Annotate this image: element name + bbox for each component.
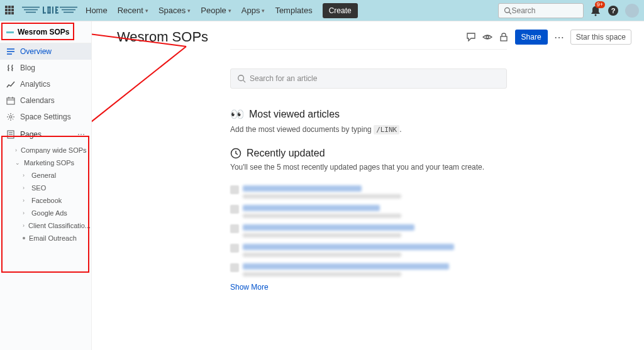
tree-item[interactable]: ›General xyxy=(0,169,91,182)
share-button[interactable]: Share xyxy=(515,30,548,45)
watch-icon[interactable] xyxy=(482,32,492,42)
page-title: Wesrom SOPs xyxy=(117,29,208,45)
recent-update-item[interactable] xyxy=(230,263,507,276)
nav-item-templates[interactable]: Templates xyxy=(271,3,316,18)
svg-line-29 xyxy=(92,46,186,131)
sidebar-item-label: Calendars xyxy=(20,96,55,105)
update-title-placeholder xyxy=(243,185,362,192)
notifications-icon[interactable]: 9+ xyxy=(590,5,601,16)
page-icon xyxy=(230,244,239,253)
tree-item[interactable]: ›SEO xyxy=(0,182,91,194)
svg-rect-1 xyxy=(43,12,46,13)
nav-item-people[interactable]: People▾ xyxy=(197,3,235,18)
tree-item[interactable]: ⌄Marketing SOPs xyxy=(0,156,91,169)
analytics-icon xyxy=(6,80,15,89)
chevron-down-icon: ▾ xyxy=(228,8,231,14)
chevron-right-icon: › xyxy=(23,210,28,216)
nav-item-apps[interactable]: Apps▾ xyxy=(238,3,269,18)
clock-icon xyxy=(230,148,242,159)
sidebar-item-overview[interactable]: Overview xyxy=(0,43,91,60)
tree-item[interactable]: ›Facebook xyxy=(0,194,91,207)
eyes-icon: 👀 xyxy=(230,107,244,121)
space-icon xyxy=(6,31,14,33)
recently-updated-heading: Recently updated xyxy=(247,148,325,159)
star-button[interactable]: Star this space xyxy=(570,30,631,45)
recent-update-item[interactable] xyxy=(230,185,507,199)
update-title-placeholder xyxy=(243,205,380,211)
sidebar-item-space-settings[interactable]: Space Settings xyxy=(0,109,91,125)
pages-header[interactable]: Pages ⋯ xyxy=(0,125,91,144)
update-meta-placeholder xyxy=(243,253,401,257)
article-search-placeholder: Search for an article xyxy=(250,74,317,83)
space-name: Wesrom SOPs xyxy=(18,28,69,36)
sidebar-item-blog[interactable]: Blog xyxy=(0,60,91,76)
nav-item-home[interactable]: Home xyxy=(82,3,111,18)
nav-item-spaces[interactable]: Spaces▾ xyxy=(155,3,194,18)
global-search-input[interactable] xyxy=(512,6,578,15)
overview-icon xyxy=(6,47,15,56)
page-icon xyxy=(230,185,239,194)
update-meta-placeholder xyxy=(243,214,401,218)
lock-icon[interactable] xyxy=(499,32,509,42)
divider xyxy=(230,49,507,50)
more-actions-icon[interactable]: ⋯ xyxy=(554,31,564,43)
sidebar-item-calendars[interactable]: Calendars xyxy=(0,92,91,109)
update-title-placeholder xyxy=(243,263,449,270)
most-viewed-heading: Most viewed articles xyxy=(249,109,340,120)
chevron-right-icon: › xyxy=(23,172,28,178)
page-icon xyxy=(6,130,15,139)
recent-update-item[interactable] xyxy=(230,224,507,238)
page-icon xyxy=(230,205,239,214)
article-search-box[interactable]: Search for an article xyxy=(230,68,507,89)
svg-rect-10 xyxy=(55,9,58,11)
space-header[interactable]: Wesrom SOPs xyxy=(0,21,91,43)
help-icon[interactable]: ? xyxy=(608,5,619,16)
comment-icon[interactable] xyxy=(466,32,476,42)
page-icon xyxy=(230,224,239,233)
top-nav: HomeRecent▾Spaces▾People▾Apps▾Templates xyxy=(82,3,316,18)
svg-point-23 xyxy=(9,116,12,118)
update-title-placeholder xyxy=(243,244,454,250)
update-meta-placeholder xyxy=(243,194,401,199)
app-switcher-icon[interactable] xyxy=(5,6,15,16)
gear-icon xyxy=(6,112,15,121)
svg-line-33 xyxy=(243,80,246,83)
chevron-down-icon: ▾ xyxy=(187,8,191,14)
svg-point-30 xyxy=(486,36,489,38)
notification-badge: 9+ xyxy=(595,1,605,8)
chevron-right-icon: › xyxy=(23,197,28,204)
recent-update-item[interactable] xyxy=(230,244,507,257)
tree-item[interactable]: ›Client Classificatio... xyxy=(0,219,91,232)
logo[interactable] xyxy=(21,5,78,16)
update-meta-placeholder xyxy=(243,272,401,276)
chevron-down-icon: ▾ xyxy=(145,8,148,14)
pages-more-icon[interactable]: ⋯ xyxy=(77,130,85,139)
create-button[interactable]: Create xyxy=(323,3,358,18)
recent-update-item[interactable] xyxy=(230,205,507,218)
svg-point-11 xyxy=(505,8,510,13)
show-more-link[interactable]: Show More xyxy=(230,283,507,292)
tree-item[interactable]: ›Company wide SOPs xyxy=(0,144,91,156)
tree-item[interactable]: Email Outreach xyxy=(0,232,91,244)
chevron-down-icon: ▾ xyxy=(262,8,265,14)
calendar-icon xyxy=(6,96,15,105)
page-icon xyxy=(230,263,239,272)
top-bar: HomeRecent▾Spaces▾People▾Apps▾Templates … xyxy=(0,0,644,21)
pages-label: Pages xyxy=(20,130,42,139)
chevron-right-icon: › xyxy=(15,147,17,153)
sidebar-item-label: Overview xyxy=(20,47,52,56)
chevron-right-icon: › xyxy=(23,185,28,191)
chevron-down-icon: ⌄ xyxy=(15,160,20,166)
sidebar: Wesrom SOPs OverviewBlogAnalyticsCalenda… xyxy=(0,21,92,350)
global-search-box[interactable] xyxy=(498,3,584,18)
bullet-icon xyxy=(23,237,25,239)
update-meta-placeholder xyxy=(243,233,401,238)
search-icon xyxy=(237,74,246,83)
sidebar-item-analytics[interactable]: Analytics xyxy=(0,76,91,92)
tree-item[interactable]: ›Google Ads xyxy=(0,207,91,219)
avatar[interactable] xyxy=(625,4,639,18)
nav-item-recent[interactable]: Recent▾ xyxy=(114,3,152,18)
svg-text:?: ? xyxy=(611,7,616,14)
blog-icon xyxy=(6,63,15,72)
sidebar-item-label: Analytics xyxy=(20,80,50,89)
